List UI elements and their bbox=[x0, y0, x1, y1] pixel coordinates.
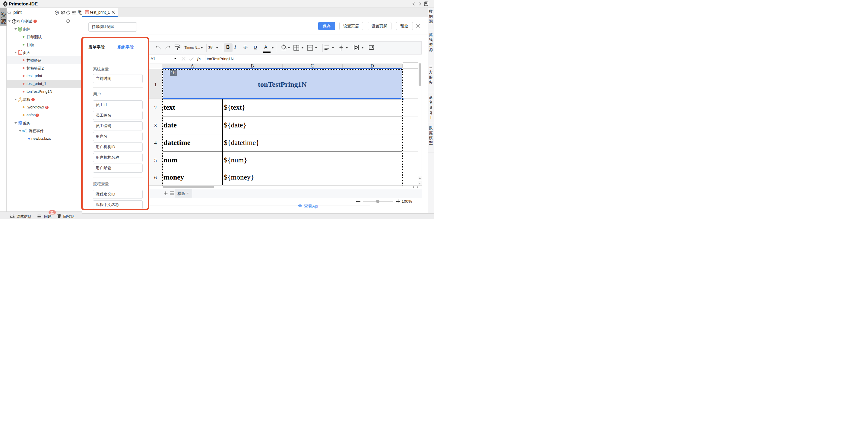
svg-text:AI: AI bbox=[56, 11, 58, 13]
svg-text:文: 文 bbox=[80, 12, 82, 14]
